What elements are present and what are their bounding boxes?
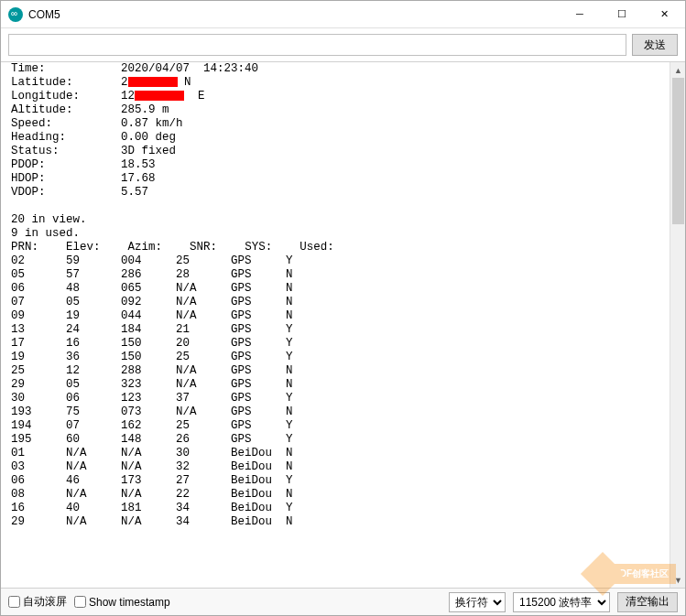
app-icon (8, 7, 23, 22)
output-area: Time: 2020/04/07 14:23:40Latitude: 2 NLo… (1, 62, 685, 588)
val-status: 3D fixed (121, 145, 176, 157)
clear-output-button[interactable]: 清空输出 (617, 592, 678, 612)
minimize-button[interactable]: ─ (559, 0, 601, 27)
redacted-lat (128, 77, 178, 87)
view-line: 20 in view. (11, 213, 669, 227)
window-controls: ─ ☐ ✕ (559, 0, 685, 27)
scroll-down-button[interactable]: ▼ (670, 572, 685, 588)
label-lat: Latitude: (11, 76, 73, 89)
label-lon: Longitude: (11, 90, 80, 103)
autoscroll-checkbox[interactable]: 自动滚屏 (8, 594, 67, 610)
label-hdop: HDOP: (11, 172, 46, 185)
maximize-button[interactable]: ☐ (601, 0, 643, 27)
label-alt: Altitude: (11, 103, 73, 116)
label-time: Time: (11, 62, 46, 75)
input-row: 发送 (1, 28, 685, 62)
window-title: COM5 (28, 8, 60, 21)
val-time: 2020/04/07 14:23:40 (121, 62, 258, 75)
scroll-up-button[interactable]: ▲ (670, 62, 685, 78)
label-speed: Speed: (11, 117, 52, 130)
redacted-lon (135, 91, 184, 101)
val-vdop: 5.57 (121, 186, 148, 199)
line-ending-select[interactable]: 换行符 (449, 592, 506, 612)
serial-output[interactable]: Time: 2020/04/07 14:23:40Latitude: 2 NLo… (11, 62, 669, 588)
command-input[interactable] (8, 34, 626, 56)
serial-monitor-window: COM5 ─ ☐ ✕ 发送 Time: 2020/04/07 14:23:40L… (0, 0, 686, 616)
label-pdop: PDOP: (11, 158, 46, 171)
timestamp-checkbox[interactable]: Show timestamp (74, 596, 170, 609)
label-vdop: VDOP: (11, 186, 46, 199)
bottom-toolbar: 自动滚屏 Show timestamp 换行符 115200 波特率 清空输出 (1, 588, 685, 615)
baud-rate-select[interactable]: 115200 波特率 (513, 592, 610, 612)
label-heading: Heading: (11, 131, 66, 144)
val-heading: 0.00 deg (121, 131, 176, 144)
scroll-thumb[interactable] (672, 78, 684, 224)
vertical-scrollbar[interactable]: ▲ ▼ (670, 62, 685, 588)
val-pdop: 18.53 (121, 158, 156, 171)
val-alt: 285.9 m (121, 103, 169, 116)
sat-header: PRN: Elev: Azim: SNR: SYS: Used: (11, 241, 669, 254)
used-line: 9 in used. (11, 227, 669, 241)
label-status: Status: (11, 145, 60, 157)
send-button[interactable]: 发送 (632, 34, 678, 56)
val-speed: 0.87 km/h (121, 117, 183, 130)
close-button[interactable]: ✕ (643, 0, 685, 27)
val-hdop: 17.68 (121, 172, 156, 185)
titlebar: COM5 ─ ☐ ✕ (1, 1, 685, 28)
